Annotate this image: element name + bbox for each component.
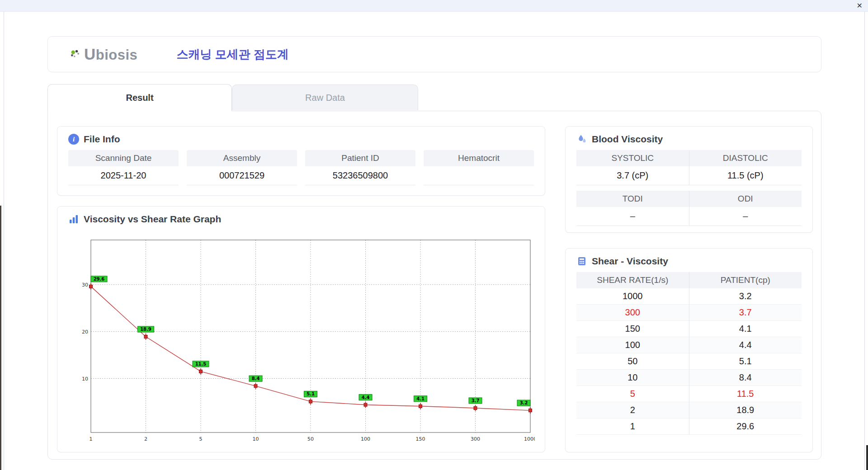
table-row: 218.9	[576, 402, 802, 418]
shear-rate-cell: 10	[576, 370, 689, 386]
svg-text:1000: 1000	[524, 436, 535, 442]
shear-table-body: 10003.23003.71504.11004.4505.1108.4511.5…	[576, 288, 802, 435]
svg-text:30: 30	[82, 282, 88, 288]
field-value: 2025-11-20	[68, 166, 179, 185]
field-value: 53236509800	[305, 166, 415, 185]
table-row: 505.1	[576, 353, 802, 370]
shear-viscosity-card: Shear - Viscosity SHEAR RATE(1/s) PATIEN…	[565, 248, 813, 452]
field-label: Assembly	[187, 150, 297, 166]
shear-rate-cell: 150	[576, 321, 689, 337]
file-info-field: Patient ID 53236509800	[305, 150, 415, 185]
file-info-fields: Scanning Date 2025-11-20 Assembly 000721…	[57, 149, 545, 185]
desktop-edge-left	[0, 206, 1, 470]
odi-value: –	[689, 207, 802, 226]
window-border-right	[864, 12, 865, 470]
patient-value-cell: 18.9	[689, 402, 802, 418]
bar-chart-icon	[68, 214, 79, 225]
svg-text:29.6: 29.6	[94, 277, 105, 282]
blood-viscosity-title: Blood Viscosity	[592, 134, 663, 145]
svg-text:10: 10	[82, 376, 88, 382]
field-label: Hematocrit	[424, 150, 534, 166]
svg-text:8.4: 8.4	[252, 376, 260, 381]
svg-text:5: 5	[199, 436, 203, 442]
table-row: 1004.4	[576, 337, 802, 353]
patient-value-cell: 5.1	[689, 353, 802, 370]
systolic-value: 3.7 (cP)	[576, 166, 689, 185]
svg-text:3.7: 3.7	[472, 398, 480, 403]
viscosity-chart-svg: 1020301251050100150300100029.618.911.58.…	[74, 235, 535, 447]
patient-value-cell: 8.4	[689, 370, 802, 386]
droplet-icon	[576, 134, 587, 145]
app-window: ✕ Ubiosis 스캐닝 모세관 점도계 Result Raw Data i …	[0, 0, 868, 470]
shear-rate-cell: 5	[576, 386, 689, 402]
field-value: 000721529	[187, 166, 297, 185]
table-row: 108.4	[576, 370, 802, 386]
file-info-title: File Info	[84, 134, 120, 145]
patient-value-cell: 29.6	[689, 418, 802, 435]
svg-text:150: 150	[416, 436, 425, 442]
svg-text:300: 300	[471, 436, 480, 442]
info-icon: i	[68, 134, 79, 145]
patient-value-cell: 4.1	[689, 321, 802, 337]
svg-text:18.9: 18.9	[140, 327, 151, 332]
patient-value-cell: 3.7	[689, 305, 802, 321]
table-row: 1504.1	[576, 321, 802, 337]
file-info-field: Hematocrit	[424, 150, 534, 185]
desktop-edge-right	[866, 445, 868, 470]
close-icon[interactable]: ✕	[857, 1, 863, 10]
svg-text:5.1: 5.1	[307, 391, 315, 396]
blood-viscosity-card: Blood Viscosity SYSTOLIC DIASTOLIC 3.7 (…	[565, 126, 813, 233]
table-row: 3003.7	[576, 305, 802, 321]
field-label: Scanning Date	[68, 150, 179, 166]
ubiosis-logo: Ubiosis	[70, 45, 137, 63]
svg-text:1: 1	[90, 436, 93, 442]
odi-header: ODI	[689, 191, 802, 207]
diastolic-header: DIASTOLIC	[689, 150, 802, 166]
todi-header: TODI	[576, 191, 689, 207]
todi-value: –	[576, 207, 689, 226]
logo-dots-icon	[70, 49, 80, 60]
blood-viscosity-table: SYSTOLIC DIASTOLIC 3.7 (cP) 11.5 (cP) TO…	[566, 149, 812, 226]
svg-text:2: 2	[144, 436, 147, 442]
svg-text:50: 50	[307, 436, 314, 442]
table-row: 129.6	[576, 418, 802, 435]
file-info-field: Scanning Date 2025-11-20	[68, 150, 179, 185]
tab-raw-data[interactable]: Raw Data	[232, 85, 418, 110]
shear-rate-cell: 100	[576, 337, 689, 353]
shear-viscosity-table: SHEAR RATE(1/s) PATIENT(cp) 10003.23003.…	[566, 271, 812, 435]
table-row: 10003.2	[576, 288, 802, 305]
shear-rate-cell: 300	[576, 305, 689, 321]
window-border-left	[4, 12, 4, 470]
shear-rate-cell: 50	[576, 353, 689, 370]
shear-rate-cell: 1	[576, 418, 689, 435]
header-card: Ubiosis 스캐닝 모세관 점도계	[47, 36, 821, 72]
graph-title: Viscosity vs Shear Rate Graph	[84, 214, 221, 225]
svg-text:11.5: 11.5	[195, 362, 207, 367]
svg-text:10: 10	[253, 436, 259, 442]
field-label: Patient ID	[305, 150, 415, 166]
patient-value-cell: 4.4	[689, 337, 802, 353]
systolic-header: SYSTOLIC	[576, 150, 689, 166]
patient-value-cell: 11.5	[689, 386, 802, 402]
shear-rate-column-header: SHEAR RATE(1/s)	[576, 272, 689, 288]
svg-text:4.1: 4.1	[416, 396, 425, 401]
file-info-card: i File Info Scanning Date 2025-11-20 Ass…	[57, 126, 545, 196]
svg-text:20: 20	[82, 329, 88, 335]
svg-text:100: 100	[361, 436, 370, 442]
patient-value-cell: 3.2	[689, 288, 802, 305]
table-row: 511.5	[576, 386, 802, 402]
svg-text:3.2: 3.2	[520, 400, 528, 405]
svg-text:4.4: 4.4	[362, 395, 370, 400]
tab-result[interactable]: Result	[47, 84, 232, 111]
file-info-field: Assembly 000721529	[187, 150, 297, 185]
shear-rate-cell: 2	[576, 402, 689, 418]
patient-column-header: PATIENT(cp)	[689, 272, 802, 288]
calculator-icon	[576, 256, 587, 267]
shear-rate-cell: 1000	[576, 288, 689, 305]
result-panel: i File Info Scanning Date 2025-11-20 Ass…	[47, 111, 821, 460]
diastolic-value: 11.5 (cP)	[689, 166, 802, 185]
window-titlebar: ✕	[0, 0, 868, 12]
field-value	[424, 166, 534, 185]
page-title: 스캐닝 모세관 점도계	[176, 47, 288, 62]
viscosity-chart: 1020301251050100150300100029.618.911.58.…	[74, 235, 535, 447]
